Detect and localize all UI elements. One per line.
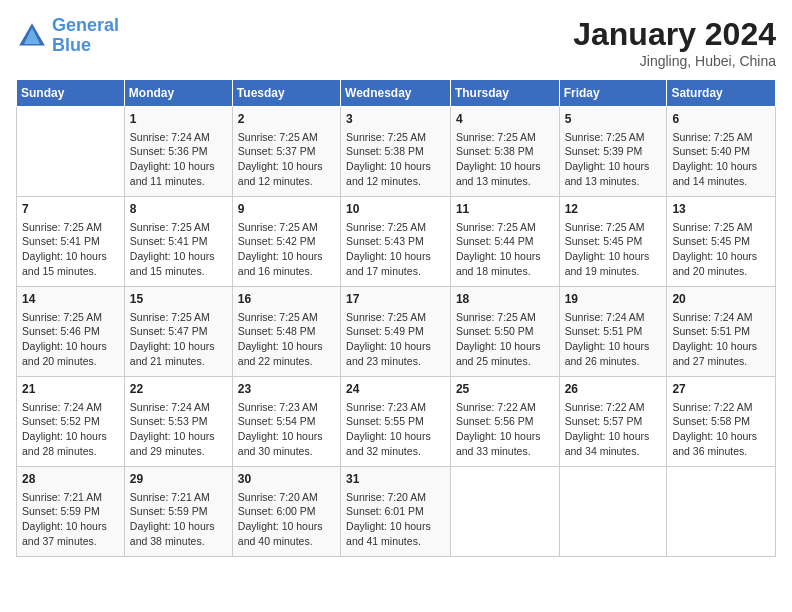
day-info: Sunrise: 7:25 AM Sunset: 5:50 PM Dayligh… xyxy=(456,310,554,369)
calendar-cell: 30Sunrise: 7:20 AM Sunset: 6:00 PM Dayli… xyxy=(232,467,340,557)
day-info: Sunrise: 7:22 AM Sunset: 5:58 PM Dayligh… xyxy=(672,400,770,459)
day-number: 6 xyxy=(672,111,770,128)
day-number: 3 xyxy=(346,111,445,128)
calendar-cell: 31Sunrise: 7:20 AM Sunset: 6:01 PM Dayli… xyxy=(341,467,451,557)
day-number: 10 xyxy=(346,201,445,218)
day-header-monday: Monday xyxy=(124,80,232,107)
calendar-cell: 10Sunrise: 7:25 AM Sunset: 5:43 PM Dayli… xyxy=(341,197,451,287)
day-info: Sunrise: 7:24 AM Sunset: 5:51 PM Dayligh… xyxy=(672,310,770,369)
calendar-cell: 26Sunrise: 7:22 AM Sunset: 5:57 PM Dayli… xyxy=(559,377,667,467)
day-info: Sunrise: 7:25 AM Sunset: 5:48 PM Dayligh… xyxy=(238,310,335,369)
logo: General Blue xyxy=(16,16,119,56)
location: Jingling, Hubei, China xyxy=(573,53,776,69)
day-number: 21 xyxy=(22,381,119,398)
day-number: 1 xyxy=(130,111,227,128)
calendar-cell xyxy=(667,467,776,557)
calendar-week-4: 21Sunrise: 7:24 AM Sunset: 5:52 PM Dayli… xyxy=(17,377,776,467)
day-info: Sunrise: 7:25 AM Sunset: 5:45 PM Dayligh… xyxy=(672,220,770,279)
day-number: 29 xyxy=(130,471,227,488)
day-header-sunday: Sunday xyxy=(17,80,125,107)
day-header-saturday: Saturday xyxy=(667,80,776,107)
calendar-week-2: 7Sunrise: 7:25 AM Sunset: 5:41 PM Daylig… xyxy=(17,197,776,287)
day-info: Sunrise: 7:25 AM Sunset: 5:41 PM Dayligh… xyxy=(130,220,227,279)
title-block: January 2024 Jingling, Hubei, China xyxy=(573,16,776,69)
day-number: 15 xyxy=(130,291,227,308)
calendar-cell xyxy=(450,467,559,557)
calendar-cell: 29Sunrise: 7:21 AM Sunset: 5:59 PM Dayli… xyxy=(124,467,232,557)
logo-name-1: General xyxy=(52,15,119,35)
day-info: Sunrise: 7:25 AM Sunset: 5:37 PM Dayligh… xyxy=(238,130,335,189)
day-number: 16 xyxy=(238,291,335,308)
calendar-cell: 21Sunrise: 7:24 AM Sunset: 5:52 PM Dayli… xyxy=(17,377,125,467)
calendar-cell: 4Sunrise: 7:25 AM Sunset: 5:38 PM Daylig… xyxy=(450,107,559,197)
logo-text: General Blue xyxy=(52,16,119,56)
calendar-cell: 5Sunrise: 7:25 AM Sunset: 5:39 PM Daylig… xyxy=(559,107,667,197)
day-number: 11 xyxy=(456,201,554,218)
day-info: Sunrise: 7:25 AM Sunset: 5:38 PM Dayligh… xyxy=(346,130,445,189)
day-header-tuesday: Tuesday xyxy=(232,80,340,107)
page-header: General Blue January 2024 Jingling, Hube… xyxy=(16,16,776,69)
calendar-cell: 25Sunrise: 7:22 AM Sunset: 5:56 PM Dayli… xyxy=(450,377,559,467)
calendar-header-row: SundayMondayTuesdayWednesdayThursdayFrid… xyxy=(17,80,776,107)
day-header-friday: Friday xyxy=(559,80,667,107)
calendar-cell: 27Sunrise: 7:22 AM Sunset: 5:58 PM Dayli… xyxy=(667,377,776,467)
day-number: 4 xyxy=(456,111,554,128)
calendar-week-5: 28Sunrise: 7:21 AM Sunset: 5:59 PM Dayli… xyxy=(17,467,776,557)
calendar-table: SundayMondayTuesdayWednesdayThursdayFrid… xyxy=(16,79,776,557)
logo-name-2: Blue xyxy=(52,35,91,55)
day-info: Sunrise: 7:24 AM Sunset: 5:52 PM Dayligh… xyxy=(22,400,119,459)
month-title: January 2024 xyxy=(573,16,776,53)
day-number: 5 xyxy=(565,111,662,128)
day-number: 25 xyxy=(456,381,554,398)
day-info: Sunrise: 7:25 AM Sunset: 5:49 PM Dayligh… xyxy=(346,310,445,369)
calendar-cell: 28Sunrise: 7:21 AM Sunset: 5:59 PM Dayli… xyxy=(17,467,125,557)
day-info: Sunrise: 7:25 AM Sunset: 5:46 PM Dayligh… xyxy=(22,310,119,369)
calendar-cell: 2Sunrise: 7:25 AM Sunset: 5:37 PM Daylig… xyxy=(232,107,340,197)
calendar-cell: 20Sunrise: 7:24 AM Sunset: 5:51 PM Dayli… xyxy=(667,287,776,377)
calendar-cell: 13Sunrise: 7:25 AM Sunset: 5:45 PM Dayli… xyxy=(667,197,776,287)
day-number: 13 xyxy=(672,201,770,218)
day-number: 7 xyxy=(22,201,119,218)
day-info: Sunrise: 7:25 AM Sunset: 5:45 PM Dayligh… xyxy=(565,220,662,279)
calendar-cell: 17Sunrise: 7:25 AM Sunset: 5:49 PM Dayli… xyxy=(341,287,451,377)
day-header-wednesday: Wednesday xyxy=(341,80,451,107)
calendar-week-1: 1Sunrise: 7:24 AM Sunset: 5:36 PM Daylig… xyxy=(17,107,776,197)
day-info: Sunrise: 7:25 AM Sunset: 5:41 PM Dayligh… xyxy=(22,220,119,279)
day-info: Sunrise: 7:22 AM Sunset: 5:56 PM Dayligh… xyxy=(456,400,554,459)
calendar-cell: 15Sunrise: 7:25 AM Sunset: 5:47 PM Dayli… xyxy=(124,287,232,377)
calendar-cell: 16Sunrise: 7:25 AM Sunset: 5:48 PM Dayli… xyxy=(232,287,340,377)
calendar-cell: 24Sunrise: 7:23 AM Sunset: 5:55 PM Dayli… xyxy=(341,377,451,467)
day-info: Sunrise: 7:25 AM Sunset: 5:40 PM Dayligh… xyxy=(672,130,770,189)
calendar-week-3: 14Sunrise: 7:25 AM Sunset: 5:46 PM Dayli… xyxy=(17,287,776,377)
calendar-cell: 19Sunrise: 7:24 AM Sunset: 5:51 PM Dayli… xyxy=(559,287,667,377)
calendar-cell: 23Sunrise: 7:23 AM Sunset: 5:54 PM Dayli… xyxy=(232,377,340,467)
calendar-cell: 8Sunrise: 7:25 AM Sunset: 5:41 PM Daylig… xyxy=(124,197,232,287)
day-number: 9 xyxy=(238,201,335,218)
day-info: Sunrise: 7:25 AM Sunset: 5:47 PM Dayligh… xyxy=(130,310,227,369)
day-info: Sunrise: 7:23 AM Sunset: 5:54 PM Dayligh… xyxy=(238,400,335,459)
day-info: Sunrise: 7:23 AM Sunset: 5:55 PM Dayligh… xyxy=(346,400,445,459)
calendar-cell: 3Sunrise: 7:25 AM Sunset: 5:38 PM Daylig… xyxy=(341,107,451,197)
day-number: 22 xyxy=(130,381,227,398)
day-number: 26 xyxy=(565,381,662,398)
day-number: 8 xyxy=(130,201,227,218)
day-info: Sunrise: 7:25 AM Sunset: 5:38 PM Dayligh… xyxy=(456,130,554,189)
calendar-cell xyxy=(559,467,667,557)
day-info: Sunrise: 7:21 AM Sunset: 5:59 PM Dayligh… xyxy=(130,490,227,549)
day-info: Sunrise: 7:25 AM Sunset: 5:42 PM Dayligh… xyxy=(238,220,335,279)
calendar-cell: 9Sunrise: 7:25 AM Sunset: 5:42 PM Daylig… xyxy=(232,197,340,287)
day-number: 17 xyxy=(346,291,445,308)
day-number: 2 xyxy=(238,111,335,128)
calendar-cell xyxy=(17,107,125,197)
day-info: Sunrise: 7:25 AM Sunset: 5:39 PM Dayligh… xyxy=(565,130,662,189)
day-number: 19 xyxy=(565,291,662,308)
calendar-cell: 7Sunrise: 7:25 AM Sunset: 5:41 PM Daylig… xyxy=(17,197,125,287)
day-info: Sunrise: 7:24 AM Sunset: 5:53 PM Dayligh… xyxy=(130,400,227,459)
day-number: 12 xyxy=(565,201,662,218)
day-header-thursday: Thursday xyxy=(450,80,559,107)
day-number: 27 xyxy=(672,381,770,398)
calendar-cell: 1Sunrise: 7:24 AM Sunset: 5:36 PM Daylig… xyxy=(124,107,232,197)
day-info: Sunrise: 7:25 AM Sunset: 5:44 PM Dayligh… xyxy=(456,220,554,279)
day-info: Sunrise: 7:25 AM Sunset: 5:43 PM Dayligh… xyxy=(346,220,445,279)
day-info: Sunrise: 7:20 AM Sunset: 6:00 PM Dayligh… xyxy=(238,490,335,549)
